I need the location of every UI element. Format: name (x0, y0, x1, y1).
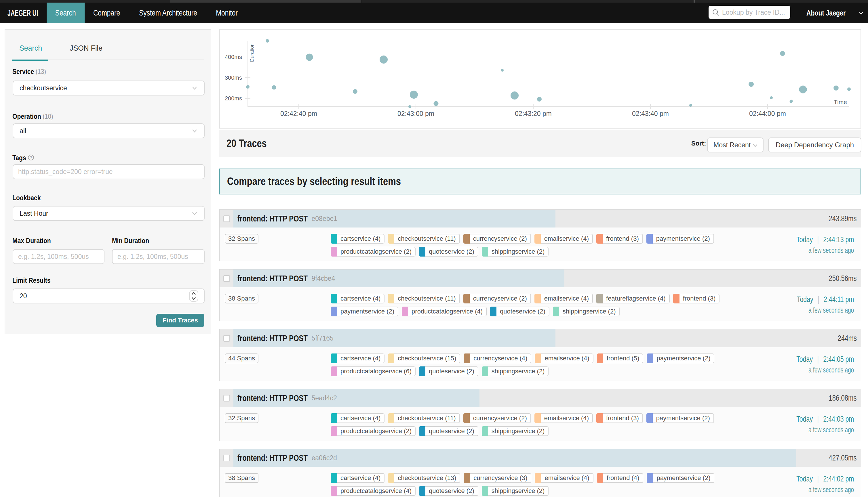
svg-text:300ms: 300ms (225, 74, 242, 81)
svg-text:02:43:40 pm: 02:43:40 pm (632, 110, 669, 117)
svg-text:?: ? (30, 155, 32, 160)
svg-text:Time: Time (834, 99, 847, 105)
svg-text:02:43:00 pm: 02:43:00 pm (397, 110, 434, 117)
svg-text:400ms: 400ms (225, 54, 242, 60)
svg-text:02:42:40 pm: 02:42:40 pm (280, 110, 317, 117)
svg-text:200ms: 200ms (225, 95, 242, 101)
svg-text:02:44:00 pm: 02:44:00 pm (749, 110, 786, 117)
svg-text:02:43:20 pm: 02:43:20 pm (515, 110, 552, 117)
svg-text:Duration: Duration (249, 43, 255, 62)
